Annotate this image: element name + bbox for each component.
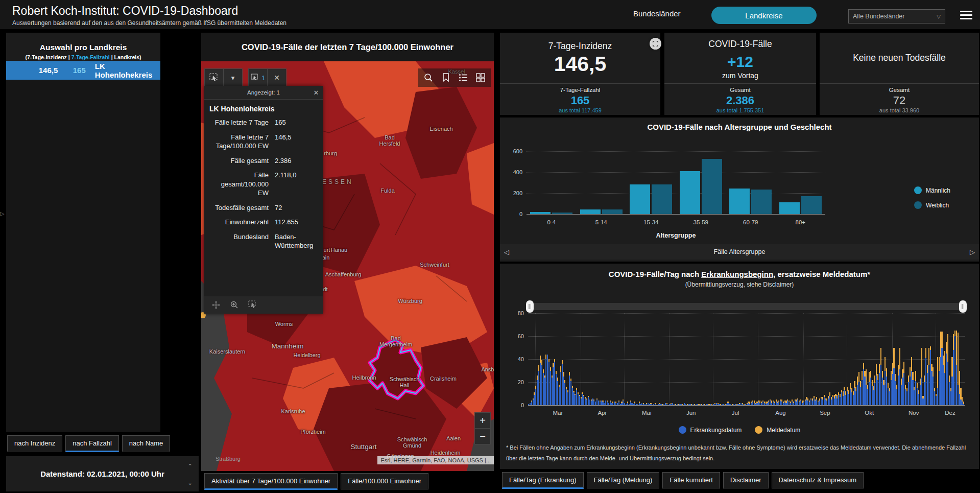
- ts-bar-meldung[interactable]: [924, 375, 925, 383]
- ts-bar-meldung[interactable]: [960, 388, 961, 400]
- ts-bar-meldung[interactable]: [556, 371, 557, 374]
- ts-bar-meldung[interactable]: [623, 400, 624, 401]
- ts-bar-erkrankung[interactable]: [869, 382, 870, 405]
- ts-bar-erkrankung[interactable]: [956, 365, 957, 405]
- ts-bar-erkrankung[interactable]: [960, 400, 961, 405]
- ts-bar-meldung[interactable]: [844, 387, 845, 390]
- ts-bar-erkrankung[interactable]: [793, 403, 794, 406]
- ts-bar-meldung[interactable]: [807, 398, 808, 401]
- ts-bar-erkrankung[interactable]: [582, 394, 583, 406]
- ts-bar-meldung[interactable]: [550, 367, 551, 371]
- ts-bar-erkrankung[interactable]: [538, 371, 539, 406]
- ts-bar-meldung[interactable]: [785, 401, 786, 403]
- ts-bar-erkrankung[interactable]: [578, 394, 579, 406]
- ts-bar-erkrankung[interactable]: [737, 404, 738, 405]
- ts-bar-erkrankung[interactable]: [730, 404, 731, 405]
- legend-list-icon[interactable]: [457, 72, 469, 84]
- ts-bar-erkrankung[interactable]: [752, 402, 753, 405]
- ts-bar-meldung[interactable]: [538, 365, 539, 370]
- ts-bar-erkrankung[interactable]: [927, 373, 928, 405]
- ts-bar-meldung[interactable]: [863, 363, 864, 370]
- ts-bar-erkrankung[interactable]: [672, 403, 673, 406]
- ts-bar-meldung[interactable]: [573, 391, 574, 392]
- ts-bar-erkrankung[interactable]: [949, 382, 950, 405]
- ts-bar-erkrankung[interactable]: [607, 402, 608, 405]
- age-bar-männlich-60-79[interactable]: [729, 189, 750, 214]
- ts-bar-erkrankung[interactable]: [648, 403, 649, 406]
- ts-bar-meldung[interactable]: [560, 366, 561, 372]
- ts-bar-meldung[interactable]: [810, 398, 811, 400]
- ts-bar-meldung[interactable]: [557, 378, 558, 381]
- ts-bar-meldung[interactable]: [872, 380, 873, 386]
- ts-bar-meldung[interactable]: [870, 371, 871, 378]
- age-bar-weiblich-15-34[interactable]: [652, 184, 672, 214]
- ts-bar-meldung[interactable]: [920, 379, 921, 384]
- bottom-tab-datenschutz-impressum[interactable]: Datenschutz & Impressum: [772, 472, 864, 489]
- age-bar-männlich-5-14[interactable]: [580, 209, 601, 214]
- ts-bar-meldung[interactable]: [569, 372, 570, 375]
- ts-bar-meldung[interactable]: [899, 348, 900, 370]
- ts-bar-erkrankung[interactable]: [548, 362, 549, 406]
- slider-handle-left[interactable]: [526, 300, 534, 313]
- ts-bar-erkrankung[interactable]: [883, 385, 884, 406]
- ts-bar-meldung[interactable]: [701, 404, 702, 405]
- ts-bar-meldung[interactable]: [832, 395, 833, 397]
- ts-bar-erkrankung[interactable]: [636, 404, 637, 405]
- ts-bar-meldung[interactable]: [534, 392, 535, 395]
- popup-close-icon[interactable]: ✕: [309, 89, 323, 97]
- ts-bar-erkrankung[interactable]: [585, 398, 586, 406]
- ts-bar-erkrankung[interactable]: [810, 400, 811, 405]
- ts-bar-erkrankung[interactable]: [767, 403, 768, 406]
- ts-bar-meldung[interactable]: [854, 381, 855, 388]
- ts-bar-erkrankung[interactable]: [785, 403, 786, 406]
- ts-bar-meldung[interactable]: [774, 402, 775, 403]
- ts-bar-erkrankung[interactable]: [844, 390, 845, 405]
- ts-bar-meldung[interactable]: [618, 401, 619, 402]
- ts-bar-erkrankung[interactable]: [888, 388, 889, 405]
- ts-bar-erkrankung[interactable]: [840, 397, 841, 405]
- ts-bar-meldung[interactable]: [764, 402, 765, 403]
- ts-bar-meldung[interactable]: [567, 390, 568, 393]
- map-viewport[interactable]: KasselEisenachBad HersfeldHESSENFuldarbu…: [201, 61, 494, 471]
- ts-bar-meldung[interactable]: [902, 369, 903, 378]
- ts-bar-meldung[interactable]: [888, 383, 889, 388]
- ts-bar-erkrankung[interactable]: [716, 403, 717, 406]
- ts-bar-erkrankung[interactable]: [643, 404, 644, 405]
- ts-bar-meldung[interactable]: [666, 403, 667, 404]
- ts-bar-meldung[interactable]: [570, 379, 571, 381]
- ts-bar-erkrankung[interactable]: [818, 402, 819, 405]
- ts-bar-erkrankung[interactable]: [862, 380, 863, 406]
- ts-bar-erkrankung[interactable]: [756, 403, 757, 406]
- age-bar-männlich-35-59[interactable]: [680, 171, 700, 214]
- ts-bar-meldung[interactable]: [818, 401, 819, 402]
- ts-bar-erkrankung[interactable]: [677, 404, 678, 405]
- selected-landkreis-row[interactable]: 146,5 165 LK Hohenlohekreis: [6, 61, 160, 80]
- ts-bar-erkrankung[interactable]: [854, 388, 855, 405]
- ts-bar-meldung[interactable]: [572, 386, 573, 388]
- ts-bar-erkrankung[interactable]: [876, 375, 877, 406]
- zoom-out-button[interactable]: −: [475, 428, 490, 444]
- ts-bar-meldung[interactable]: [698, 404, 699, 405]
- clear-selection-icon[interactable]: ✕: [267, 69, 286, 86]
- age-bar-weiblich-80+[interactable]: [801, 196, 822, 214]
- ts-bar-erkrankung[interactable]: [771, 403, 772, 406]
- ts-bar-meldung[interactable]: [840, 394, 841, 397]
- ts-bar-meldung[interactable]: [858, 372, 859, 382]
- ts-bar-erkrankung[interactable]: [825, 400, 826, 405]
- ts-bar-meldung[interactable]: [851, 388, 852, 392]
- ts-bar-meldung[interactable]: [578, 392, 579, 393]
- ts-bar-meldung[interactable]: [545, 355, 546, 359]
- legend-item-weiblich[interactable]: Weiblich: [914, 201, 950, 209]
- ts-bar-erkrankung[interactable]: [650, 404, 651, 405]
- ts-bar-meldung[interactable]: [824, 395, 825, 397]
- ts-bar-meldung[interactable]: [576, 388, 577, 390]
- slider-handle-right[interactable]: [959, 300, 967, 313]
- pager-right-icon[interactable]: ▷: [966, 248, 979, 256]
- ts-bar-meldung[interactable]: [694, 404, 695, 405]
- ts-bar-meldung[interactable]: [882, 371, 883, 378]
- ts-bar-erkrankung[interactable]: [545, 359, 546, 405]
- ts-bar-meldung[interactable]: [742, 403, 743, 404]
- bottom-tab-disclaimer[interactable]: Disclaimer: [723, 472, 769, 489]
- ts-bar-erkrankung[interactable]: [898, 375, 899, 406]
- scroll-down-icon[interactable]: ⌄: [187, 480, 193, 485]
